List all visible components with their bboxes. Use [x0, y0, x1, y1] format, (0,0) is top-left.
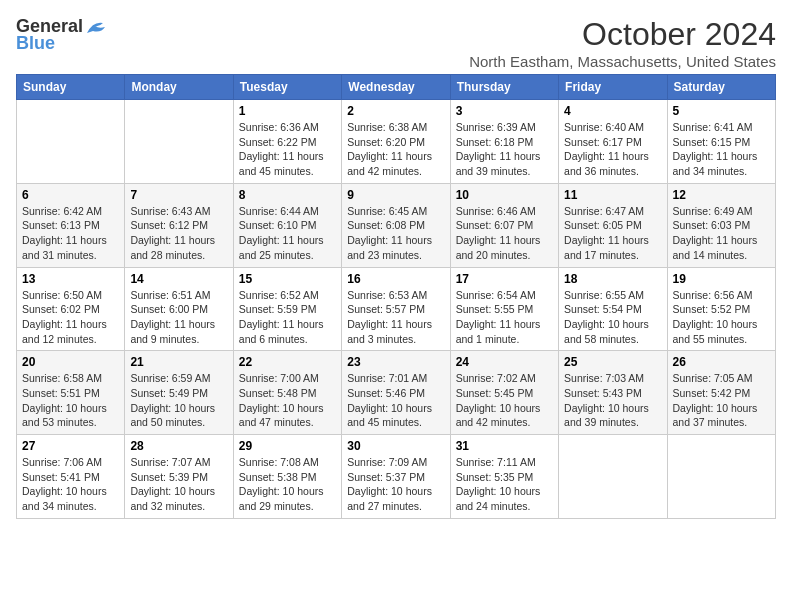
- cell-content: Sunrise: 6:41 AM Sunset: 6:15 PM Dayligh…: [673, 120, 770, 179]
- calendar-cell: 11 Sunrise: 6:47 AM Sunset: 6:05 PM Dayl…: [559, 183, 667, 267]
- cell-content: Sunrise: 6:38 AM Sunset: 6:20 PM Dayligh…: [347, 120, 444, 179]
- cell-content: Sunrise: 6:53 AM Sunset: 5:57 PM Dayligh…: [347, 288, 444, 347]
- calendar-cell: 7 Sunrise: 6:43 AM Sunset: 6:12 PM Dayli…: [125, 183, 233, 267]
- cell-content: Sunrise: 6:42 AM Sunset: 6:13 PM Dayligh…: [22, 204, 119, 263]
- day-number: 29: [239, 439, 336, 453]
- calendar-cell: 29 Sunrise: 7:08 AM Sunset: 5:38 PM Dayl…: [233, 435, 341, 519]
- day-number: 30: [347, 439, 444, 453]
- calendar-cell: 8 Sunrise: 6:44 AM Sunset: 6:10 PM Dayli…: [233, 183, 341, 267]
- calendar-week-3: 20 Sunrise: 6:58 AM Sunset: 5:51 PM Dayl…: [17, 351, 776, 435]
- day-number: 24: [456, 355, 553, 369]
- logo-blue: Blue: [16, 33, 55, 54]
- calendar-cell: 6 Sunrise: 6:42 AM Sunset: 6:13 PM Dayli…: [17, 183, 125, 267]
- cell-content: Sunrise: 6:58 AM Sunset: 5:51 PM Dayligh…: [22, 371, 119, 430]
- day-number: 8: [239, 188, 336, 202]
- page-header: General Blue October 2024 North Eastham,…: [16, 16, 776, 70]
- calendar-cell: 17 Sunrise: 6:54 AM Sunset: 5:55 PM Dayl…: [450, 267, 558, 351]
- cell-content: Sunrise: 6:44 AM Sunset: 6:10 PM Dayligh…: [239, 204, 336, 263]
- cell-content: Sunrise: 7:05 AM Sunset: 5:42 PM Dayligh…: [673, 371, 770, 430]
- cell-content: Sunrise: 7:02 AM Sunset: 5:45 PM Dayligh…: [456, 371, 553, 430]
- calendar-cell: 10 Sunrise: 6:46 AM Sunset: 6:07 PM Dayl…: [450, 183, 558, 267]
- calendar-cell: 21 Sunrise: 6:59 AM Sunset: 5:49 PM Dayl…: [125, 351, 233, 435]
- day-number: 19: [673, 272, 770, 286]
- calendar-cell: 27 Sunrise: 7:06 AM Sunset: 5:41 PM Dayl…: [17, 435, 125, 519]
- day-number: 5: [673, 104, 770, 118]
- cell-content: Sunrise: 6:45 AM Sunset: 6:08 PM Dayligh…: [347, 204, 444, 263]
- cell-content: Sunrise: 6:54 AM Sunset: 5:55 PM Dayligh…: [456, 288, 553, 347]
- day-number: 6: [22, 188, 119, 202]
- calendar-cell: 4 Sunrise: 6:40 AM Sunset: 6:17 PM Dayli…: [559, 100, 667, 184]
- location: North Eastham, Massachusetts, United Sta…: [469, 53, 776, 70]
- calendar-cell: 28 Sunrise: 7:07 AM Sunset: 5:39 PM Dayl…: [125, 435, 233, 519]
- header-wednesday: Wednesday: [342, 75, 450, 100]
- day-number: 2: [347, 104, 444, 118]
- cell-content: Sunrise: 6:40 AM Sunset: 6:17 PM Dayligh…: [564, 120, 661, 179]
- cell-content: Sunrise: 6:55 AM Sunset: 5:54 PM Dayligh…: [564, 288, 661, 347]
- cell-content: Sunrise: 6:46 AM Sunset: 6:07 PM Dayligh…: [456, 204, 553, 263]
- day-number: 16: [347, 272, 444, 286]
- cell-content: Sunrise: 6:43 AM Sunset: 6:12 PM Dayligh…: [130, 204, 227, 263]
- calendar-cell: [667, 435, 775, 519]
- calendar-table: SundayMondayTuesdayWednesdayThursdayFrid…: [16, 74, 776, 519]
- header-tuesday: Tuesday: [233, 75, 341, 100]
- calendar-week-2: 13 Sunrise: 6:50 AM Sunset: 6:02 PM Dayl…: [17, 267, 776, 351]
- cell-content: Sunrise: 7:09 AM Sunset: 5:37 PM Dayligh…: [347, 455, 444, 514]
- cell-content: Sunrise: 6:50 AM Sunset: 6:02 PM Dayligh…: [22, 288, 119, 347]
- calendar-cell: 5 Sunrise: 6:41 AM Sunset: 6:15 PM Dayli…: [667, 100, 775, 184]
- calendar-cell: 3 Sunrise: 6:39 AM Sunset: 6:18 PM Dayli…: [450, 100, 558, 184]
- cell-content: Sunrise: 7:06 AM Sunset: 5:41 PM Dayligh…: [22, 455, 119, 514]
- day-number: 25: [564, 355, 661, 369]
- day-number: 4: [564, 104, 661, 118]
- calendar-cell: 2 Sunrise: 6:38 AM Sunset: 6:20 PM Dayli…: [342, 100, 450, 184]
- cell-content: Sunrise: 7:01 AM Sunset: 5:46 PM Dayligh…: [347, 371, 444, 430]
- calendar-week-1: 6 Sunrise: 6:42 AM Sunset: 6:13 PM Dayli…: [17, 183, 776, 267]
- cell-content: Sunrise: 7:00 AM Sunset: 5:48 PM Dayligh…: [239, 371, 336, 430]
- day-number: 7: [130, 188, 227, 202]
- calendar-cell: [559, 435, 667, 519]
- calendar-cell: 25 Sunrise: 7:03 AM Sunset: 5:43 PM Dayl…: [559, 351, 667, 435]
- cell-content: Sunrise: 6:49 AM Sunset: 6:03 PM Dayligh…: [673, 204, 770, 263]
- cell-content: Sunrise: 6:39 AM Sunset: 6:18 PM Dayligh…: [456, 120, 553, 179]
- day-number: 18: [564, 272, 661, 286]
- cell-content: Sunrise: 6:47 AM Sunset: 6:05 PM Dayligh…: [564, 204, 661, 263]
- header-monday: Monday: [125, 75, 233, 100]
- day-number: 10: [456, 188, 553, 202]
- calendar-cell: 16 Sunrise: 6:53 AM Sunset: 5:57 PM Dayl…: [342, 267, 450, 351]
- cell-content: Sunrise: 6:59 AM Sunset: 5:49 PM Dayligh…: [130, 371, 227, 430]
- day-number: 22: [239, 355, 336, 369]
- header-friday: Friday: [559, 75, 667, 100]
- calendar-cell: 26 Sunrise: 7:05 AM Sunset: 5:42 PM Dayl…: [667, 351, 775, 435]
- calendar-cell: [125, 100, 233, 184]
- calendar-cell: 30 Sunrise: 7:09 AM Sunset: 5:37 PM Dayl…: [342, 435, 450, 519]
- calendar-cell: 9 Sunrise: 6:45 AM Sunset: 6:08 PM Dayli…: [342, 183, 450, 267]
- day-number: 14: [130, 272, 227, 286]
- cell-content: Sunrise: 7:03 AM Sunset: 5:43 PM Dayligh…: [564, 371, 661, 430]
- calendar-cell: 15 Sunrise: 6:52 AM Sunset: 5:59 PM Dayl…: [233, 267, 341, 351]
- calendar-cell: 20 Sunrise: 6:58 AM Sunset: 5:51 PM Dayl…: [17, 351, 125, 435]
- header-saturday: Saturday: [667, 75, 775, 100]
- day-number: 21: [130, 355, 227, 369]
- calendar-cell: 22 Sunrise: 7:00 AM Sunset: 5:48 PM Dayl…: [233, 351, 341, 435]
- calendar-cell: 24 Sunrise: 7:02 AM Sunset: 5:45 PM Dayl…: [450, 351, 558, 435]
- day-number: 11: [564, 188, 661, 202]
- calendar-cell: 31 Sunrise: 7:11 AM Sunset: 5:35 PM Dayl…: [450, 435, 558, 519]
- day-number: 9: [347, 188, 444, 202]
- calendar-week-4: 27 Sunrise: 7:06 AM Sunset: 5:41 PM Dayl…: [17, 435, 776, 519]
- calendar-week-0: 1 Sunrise: 6:36 AM Sunset: 6:22 PM Dayli…: [17, 100, 776, 184]
- title-section: October 2024 North Eastham, Massachusett…: [469, 16, 776, 70]
- cell-content: Sunrise: 7:08 AM Sunset: 5:38 PM Dayligh…: [239, 455, 336, 514]
- day-number: 12: [673, 188, 770, 202]
- logo-bird-icon: [85, 19, 107, 35]
- day-number: 28: [130, 439, 227, 453]
- cell-content: Sunrise: 6:51 AM Sunset: 6:00 PM Dayligh…: [130, 288, 227, 347]
- day-number: 27: [22, 439, 119, 453]
- day-number: 23: [347, 355, 444, 369]
- calendar-cell: 14 Sunrise: 6:51 AM Sunset: 6:00 PM Dayl…: [125, 267, 233, 351]
- cell-content: Sunrise: 7:11 AM Sunset: 5:35 PM Dayligh…: [456, 455, 553, 514]
- calendar-cell: 19 Sunrise: 6:56 AM Sunset: 5:52 PM Dayl…: [667, 267, 775, 351]
- day-number: 13: [22, 272, 119, 286]
- header-thursday: Thursday: [450, 75, 558, 100]
- cell-content: Sunrise: 6:52 AM Sunset: 5:59 PM Dayligh…: [239, 288, 336, 347]
- day-number: 26: [673, 355, 770, 369]
- cell-content: Sunrise: 7:07 AM Sunset: 5:39 PM Dayligh…: [130, 455, 227, 514]
